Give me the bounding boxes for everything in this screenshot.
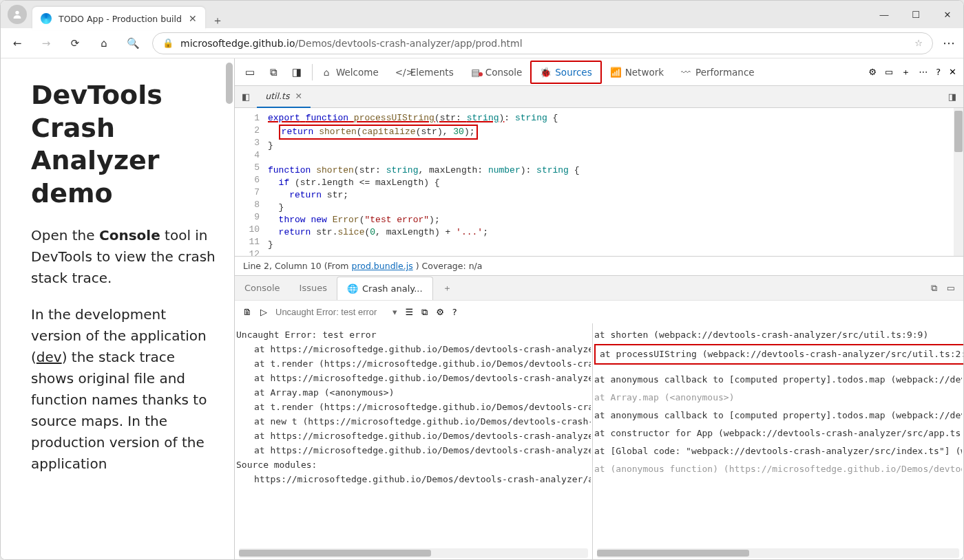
page-scrollbar[interactable] [226, 63, 233, 104]
device-icon[interactable]: ⧉ [264, 66, 283, 78]
stack-line-highlighted[interactable]: at processUIString (webpack://devtools-c… [594, 344, 963, 365]
back-button[interactable]: ← [8, 37, 27, 50]
globe-icon: 🌐 [347, 283, 358, 294]
navigator-toggle-icon[interactable]: ◧ [235, 91, 257, 102]
tab-close-icon[interactable]: ✕ [189, 13, 197, 24]
stack-line: at shorten (webpack://devtools-crash-ana… [594, 326, 962, 344]
tab-console[interactable]: ▤Console [462, 58, 531, 86]
stack-line: at anonymous callback to [computed prope… [594, 407, 962, 424]
drawer-expand-icon[interactable]: ⧉ [931, 283, 937, 294]
tab-welcome[interactable]: ⌂Welcome [313, 58, 387, 86]
browser-window: TODO App - Production build ✕ ＋ ― ☐ ✕ ← … [0, 0, 964, 560]
home-icon: ⌂ [321, 67, 332, 78]
stack-line: at constructor for App (webpack://devtoo… [594, 424, 962, 442]
addressbar[interactable]: 🔒 microsoftedge.github.io/Demos/devtools… [152, 32, 933, 54]
tab-strip: TODO App - Production build ✕ ＋ [32, 1, 223, 28]
line-gutter: 123456789101112 [235, 108, 268, 256]
window-controls: ― ☐ ✕ [868, 1, 963, 28]
dev-link[interactable]: dev [36, 349, 62, 365]
devtools-toolbar: ▭ ⧉ ◨ ⌂Welcome </>Elements ▤Console 🐞Sou… [235, 58, 963, 86]
network-icon: 📶 [610, 67, 621, 78]
titlebar: TODO App - Production build ✕ ＋ ― ☐ ✕ [1, 1, 963, 28]
dock-icon[interactable]: ◨ [287, 66, 306, 78]
more-tools-button[interactable]: ⋯ [919, 67, 928, 77]
drawer-body: Uncaught Error: test errorat https://mic… [235, 323, 963, 559]
tab-performance[interactable]: 〰Performance [672, 58, 763, 86]
addressbar-row: ← → ⟳ ⌂ 🔍 🔒 microsoftedge.github.io/Demo… [1, 28, 963, 58]
status-sourcemap-link[interactable]: prod.bundle.js [352, 261, 413, 271]
url-text: microsoftedge.github.io/Demos/devtools-c… [180, 38, 908, 49]
drawer-tab-console[interactable]: Console [235, 276, 290, 301]
stack-line: https://microsoftedge.github.io/Demos/de… [236, 472, 591, 486]
stack-line: at (anonymous function) (https://microso… [594, 460, 962, 478]
performance-icon: 〰 [680, 67, 691, 78]
drawer-tab-crash-analyzer[interactable]: 🌐Crash analy... [337, 277, 433, 301]
new-file-icon[interactable]: 🗎 [243, 307, 252, 317]
browser-menu-button[interactable]: ⋯ [943, 36, 956, 50]
drawer-tab-issues[interactable]: Issues [290, 276, 337, 301]
favorite-icon[interactable]: ☆ [914, 38, 923, 48]
stack-line: at Array.map (<anonymous>) [236, 385, 591, 400]
chevron-down-icon[interactable]: ▾ [392, 307, 397, 317]
add-tab-button[interactable]: ＋ [901, 66, 910, 78]
elements-icon: </> [395, 67, 406, 78]
lock-icon: 🔒 [163, 38, 174, 48]
drawer-add-tab[interactable]: ＋ [433, 276, 461, 301]
settings-gear-icon[interactable]: ⚙ [868, 67, 877, 77]
left-hscroll[interactable] [239, 548, 588, 558]
stack-line: at https://microsoftedge.github.io/Demos… [236, 342, 591, 356]
forward-button: → [36, 37, 56, 50]
stack-line: at t.render (https://microsoftedge.githu… [236, 400, 591, 414]
stack-line: Source modules: [236, 457, 591, 472]
svg-point-0 [15, 11, 19, 14]
home-button[interactable]: ⌂ [94, 37, 114, 50]
drawer-left-pane: Uncaught Error: test errorat https://mic… [235, 323, 593, 559]
stack-line: at t.render (https://microsoftedge.githu… [236, 356, 591, 371]
devtools-pane: ▭ ⧉ ◨ ⌂Welcome </>Elements ▤Console 🐞Sou… [235, 58, 963, 559]
code-editor[interactable]: 123456789101112 export function processU… [235, 108, 963, 256]
stack-line: at https://microsoftedge.github.io/Demos… [236, 371, 591, 385]
debugger-toggle-icon[interactable]: ◨ [941, 91, 963, 102]
file-tab-util[interactable]: util.ts ✕ [257, 86, 311, 108]
code-scroll-track[interactable] [954, 108, 963, 256]
minimize-button[interactable]: ― [868, 1, 900, 28]
code-body: export function processUIString(str: str… [268, 108, 580, 256]
browser-tab[interactable]: TODO App - Production build ✕ [32, 7, 205, 30]
crash-error-input[interactable] [275, 305, 391, 319]
profile-icon[interactable] [8, 5, 27, 24]
page-paragraph-2: In the development version of the applic… [31, 304, 216, 475]
file-tab-close-icon[interactable]: ✕ [295, 91, 302, 101]
stack-line: at https://microsoftedge.github.io/Demos… [236, 443, 591, 457]
bug-icon: 🐞 [540, 67, 551, 78]
tab-sources[interactable]: 🐞Sources [530, 61, 601, 84]
search-button[interactable]: 🔍 [123, 37, 143, 50]
stack-line: at Array.map (<anonymous>) [594, 389, 962, 407]
inspect-icon[interactable]: ▭ [240, 66, 260, 78]
tab-elements[interactable]: </>Elements [387, 58, 462, 86]
overflow-panel-icon[interactable]: ▭ [885, 67, 893, 77]
status-bar: Line 2, Column 10 (From prod.bundle.js) … [235, 256, 963, 275]
page-title: DevTools Crash Analyzer demo [31, 79, 216, 210]
file-tab-bar: ◧ util.ts ✕ ◨ [235, 86, 963, 108]
filter-icon[interactable]: ☰ [406, 307, 414, 317]
tab-title: TODO App - Production build [59, 14, 182, 24]
gear-icon[interactable]: ⚙ [436, 307, 444, 317]
new-tab-button[interactable]: ＋ [212, 14, 223, 28]
stack-line: at [Global code: "webpack://devtools-cra… [594, 442, 962, 460]
drawer-tabs: Console Issues 🌐Crash analy... ＋ ⧉ ▭ [235, 275, 963, 300]
right-hscroll[interactable] [597, 548, 959, 558]
refresh-button[interactable]: ⟳ [65, 37, 85, 50]
maximize-button[interactable]: ☐ [900, 1, 932, 28]
help-icon[interactable]: ? [936, 67, 941, 77]
stack-line: at https://microsoftedge.github.io/Demos… [236, 429, 591, 443]
run-icon[interactable]: ▷ [260, 307, 267, 317]
drawer-right-pane: at shorten (webpack://devtools-crash-ana… [593, 323, 963, 559]
copy-icon[interactable]: ⧉ [421, 307, 428, 318]
devtools-close-icon[interactable]: ✕ [949, 67, 956, 77]
tab-network[interactable]: 📶Network [602, 58, 672, 86]
code-scroll-thumb[interactable] [954, 111, 963, 152]
stack-line: Uncaught Error: test error [236, 327, 591, 342]
close-button[interactable]: ✕ [932, 1, 963, 28]
help-circle-icon[interactable]: ? [452, 307, 457, 317]
drawer-dock-icon[interactable]: ▭ [947, 283, 955, 294]
